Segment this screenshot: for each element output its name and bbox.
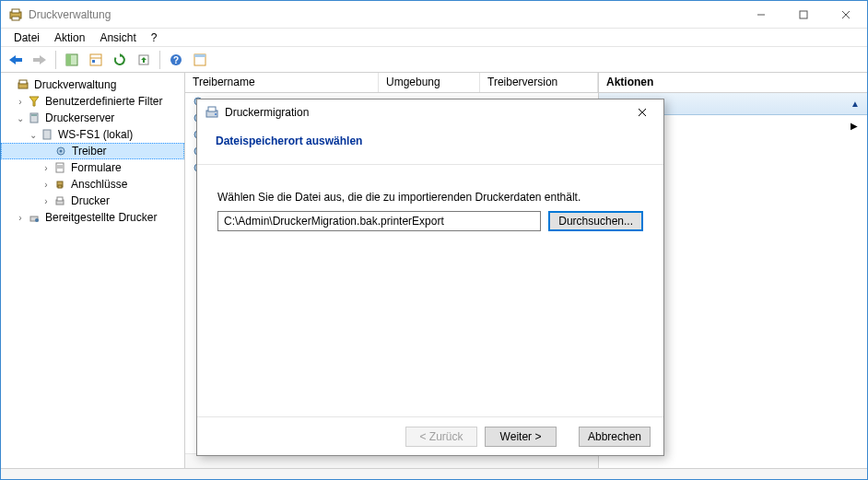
printer-migration-dialog: Druckermigration Dateispeicherort auswäh… [196,99,664,456]
svg-rect-49 [208,107,216,111]
column-headers: Treibername Umgebung Treiberversion [185,73,598,93]
svg-rect-13 [92,60,95,63]
svg-marker-8 [33,55,46,64]
properties-button[interactable] [85,49,107,71]
filter-icon [27,94,41,109]
tree-label: Formulare [67,161,122,174]
main-window: Druckverwaltung Datei Aktion Ansicht ? ?… [0,0,868,480]
tree-label: Treiber [68,145,107,158]
column-header[interactable]: Treiberversion [480,73,598,92]
dialog-instruction: Wählen Sie die Datei aus, die die zu imp… [217,191,643,204]
printer-icon [53,193,67,208]
app-icon [8,7,23,22]
file-path-row: Durchsuchen... [217,211,643,231]
tree-filters[interactable]: › Benutzerdefinierte Filter [1,93,184,110]
menubar: Datei Aktion Ansicht ? [1,29,867,47]
toolbar: ? [1,47,867,73]
expand-toggle[interactable]: › [14,213,27,223]
column-header[interactable]: Treibername [185,73,379,92]
file-path-input[interactable] [217,211,541,231]
tree-ports[interactable]: › Anschlüsse [1,176,184,193]
collapse-up-icon: ▲ [850,99,860,109]
dialog-heading: Dateispeicherort auswählen [197,125,663,165]
form-icon [53,160,67,175]
svg-rect-25 [31,114,37,116]
titlebar: Druckverwaltung [1,1,867,29]
tree-forms[interactable]: › Formulare [1,159,184,176]
svg-rect-1 [12,9,19,13]
svg-point-28 [60,150,63,153]
forward-button[interactable] [29,49,51,71]
actions-header: Aktionen [599,73,867,93]
svg-text:?: ? [173,55,179,65]
svg-rect-22 [19,80,27,84]
dialog-close-button[interactable] [628,102,656,123]
help-button[interactable]: ? [165,49,187,71]
tree-server-local[interactable]: ⌄ WS-FS1 (lokal) [1,126,184,143]
minimize-button[interactable] [740,1,782,29]
dialog-titlebar: Druckermigration [197,100,663,125]
svg-rect-2 [12,17,19,20]
tree-label: Anschlüsse [67,178,127,191]
menu-aktion[interactable]: Aktion [47,29,92,46]
server-icon [40,127,54,142]
svg-marker-7 [9,55,22,64]
nav-tree[interactable]: Druckverwaltung › Benutzerdefinierte Fil… [1,73,185,468]
svg-rect-26 [43,130,51,139]
tree-label: Benutzerdefinierte Filter [41,95,162,108]
tree-label: Druckerserver [41,111,114,124]
svg-rect-33 [58,185,62,188]
svg-marker-23 [29,97,39,106]
svg-rect-35 [57,197,63,201]
expand-toggle[interactable]: ⌄ [27,130,40,140]
gear-icon [53,144,68,158]
menu-help[interactable]: ? [144,29,165,46]
svg-point-37 [35,218,39,222]
dialog-title: Druckermigration [225,106,628,119]
dialog-body: Wählen Sie die Datei aus, die die zu imp… [197,165,663,416]
statusbar [1,468,867,479]
toolbar-separator [55,51,56,69]
svg-rect-11 [90,54,101,65]
menu-datei[interactable]: Datei [6,29,47,46]
dialog-footer: < Zurück Weiter > Abbrechen [197,416,663,455]
svg-rect-10 [66,54,71,65]
toolbar-separator [159,51,160,69]
tree-label: WS-FS1 (lokal) [54,128,133,141]
port-icon [53,177,67,192]
back-button: < Zurück [405,427,477,447]
view-button[interactable] [189,49,211,71]
expand-toggle[interactable]: › [40,196,53,206]
tree-label: Drucker [67,194,110,207]
next-button[interactable]: Weiter > [485,427,557,447]
back-button[interactable] [5,49,27,71]
svg-rect-20 [194,54,205,57]
expand-toggle[interactable]: › [14,97,27,107]
maximize-button[interactable] [782,1,825,29]
printmgmt-icon [16,77,30,92]
close-button[interactable] [825,1,867,29]
tree-printers[interactable]: › Drucker [1,193,184,209]
refresh-button[interactable] [109,49,131,71]
tree-drivers[interactable]: Treiber [1,143,184,159]
tree-label: Druckverwaltung [30,78,116,91]
menu-ansicht[interactable]: Ansicht [92,29,143,46]
export-list-button[interactable] [133,49,155,71]
expand-toggle[interactable]: ⌄ [14,113,27,123]
browse-button[interactable]: Durchsuchen... [548,211,643,231]
expand-toggle[interactable]: › [40,180,53,190]
window-title: Druckverwaltung [29,8,740,21]
tree-servers[interactable]: ⌄ Druckerserver [1,110,184,126]
svg-point-50 [215,113,217,115]
column-header[interactable]: Umgebung [379,73,480,92]
cancel-button[interactable]: Abbrechen [579,427,651,447]
tree-deployed[interactable]: › Bereitgestellte Drucker [1,209,184,226]
show-hide-tree-button[interactable] [61,49,83,71]
tree-root[interactable]: Druckverwaltung [1,76,184,93]
printer-migration-icon [205,105,219,120]
tree-label: Bereitgestellte Drucker [41,211,157,224]
chevron-right-icon: ▶ [850,121,858,131]
deployed-printer-icon [27,210,41,225]
expand-toggle[interactable]: › [40,163,53,173]
server-icon [27,111,41,125]
